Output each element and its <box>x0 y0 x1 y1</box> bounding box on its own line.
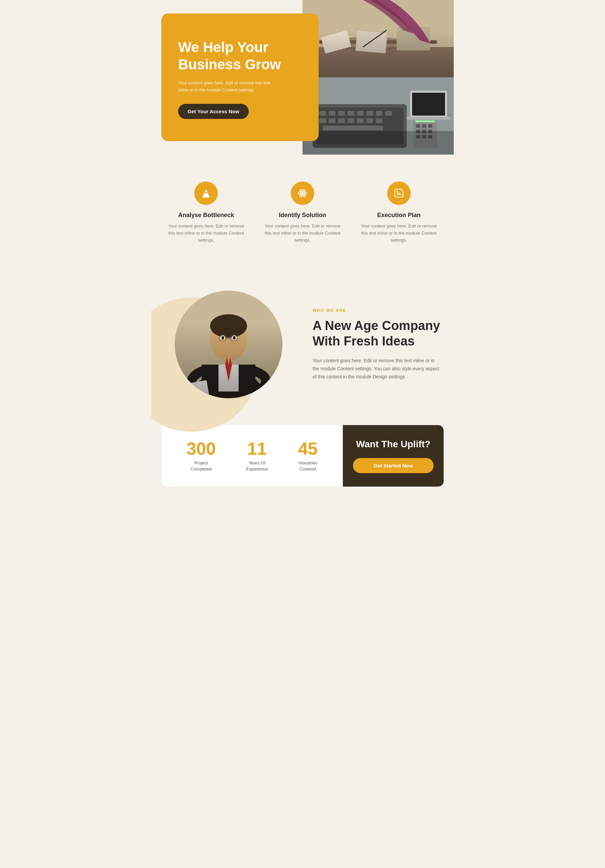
svg-rect-17 <box>366 111 373 116</box>
feature-analyse: Analyse Bottleneck Your content goes her… <box>165 181 248 243</box>
svg-rect-14 <box>338 111 345 116</box>
svg-rect-1 <box>302 47 454 77</box>
svg-point-45 <box>205 192 207 194</box>
svg-rect-13 <box>329 111 335 116</box>
svg-rect-33 <box>422 124 426 128</box>
analyse-icon-circle <box>194 181 218 205</box>
stat-projects-label: ProjectCompleted <box>186 460 216 472</box>
stat-industries: 45 IndustriesCovered <box>298 440 318 472</box>
feature-identify: Identify Solution Your content goes here… <box>261 181 344 243</box>
svg-rect-55 <box>219 364 239 392</box>
who-left-image <box>165 291 292 398</box>
svg-rect-34 <box>428 124 432 128</box>
hero-image-top <box>302 0 454 77</box>
svg-rect-29 <box>412 93 445 116</box>
stats-numbers: 300 ProjectCompleted 11 Years OfExperien… <box>161 425 343 487</box>
desk-photo <box>302 0 454 77</box>
who-description: Your content goes here. Edit or remove t… <box>313 357 440 381</box>
svg-point-46 <box>301 192 304 194</box>
svg-rect-27 <box>323 126 383 130</box>
stat-projects-number: 300 <box>186 440 216 457</box>
svg-point-57 <box>210 314 247 338</box>
svg-rect-62 <box>219 336 226 341</box>
feature-execution-desc: Your content goes here. Edit or remove t… <box>357 223 440 243</box>
stat-experience-label: Years OfExperience <box>246 460 268 472</box>
feature-identify-desc: Your content goes here. Edit or remove t… <box>261 223 344 243</box>
bottom-spacer <box>151 487 454 500</box>
hero-title: We Help Your Business Grow <box>178 39 302 73</box>
svg-rect-15 <box>347 111 354 116</box>
features-section: Analyse Bottleneck Your content goes her… <box>151 155 454 264</box>
svg-point-58 <box>220 335 225 340</box>
svg-rect-25 <box>366 118 373 123</box>
stat-projects: 300 ProjectCompleted <box>186 440 216 472</box>
hero-image <box>302 0 454 155</box>
atom-icon <box>297 188 308 198</box>
keyboard-illustration <box>302 77 454 155</box>
identify-icon-circle <box>291 181 314 205</box>
svg-rect-4 <box>321 30 351 53</box>
svg-rect-0 <box>302 0 454 77</box>
who-title: A New Age Company With Fresh Ideas <box>313 318 440 349</box>
svg-rect-19 <box>385 111 392 116</box>
hero-section: We Help Your Business Grow Your content … <box>151 0 454 155</box>
who-we-are-section: WHO WE ARE A New Age Company With Fresh … <box>151 264 454 418</box>
stat-industries-label: IndustriesCovered <box>298 460 318 472</box>
hero-image-bottom <box>302 77 454 155</box>
svg-point-53 <box>195 371 262 398</box>
portrait-illustration <box>175 291 282 398</box>
svg-rect-5 <box>355 31 388 53</box>
keyboard-photo <box>302 77 454 155</box>
svg-rect-21 <box>329 118 335 123</box>
svg-point-59 <box>232 335 237 340</box>
svg-rect-44 <box>203 197 209 198</box>
stats-cta-title: Want The Uplift? <box>356 439 430 450</box>
svg-point-60 <box>222 336 224 340</box>
svg-rect-23 <box>347 118 354 123</box>
tag-icon <box>394 188 404 198</box>
portrait-circle <box>175 291 282 398</box>
desk-illustration <box>302 0 454 77</box>
svg-rect-2 <box>319 40 437 44</box>
cone-icon <box>201 188 211 198</box>
svg-rect-16 <box>357 111 364 116</box>
stat-experience-number: 11 <box>246 440 268 457</box>
hero-cta-button[interactable]: Get Your Access Now <box>178 104 249 119</box>
svg-rect-63 <box>231 336 237 341</box>
execution-icon-circle <box>387 181 411 205</box>
stats-cta: Want The Uplift? Get Started Now <box>343 425 444 487</box>
svg-rect-18 <box>376 111 383 116</box>
feature-execution-title: Execution Plan <box>357 212 440 219</box>
svg-point-50 <box>397 191 398 192</box>
svg-rect-32 <box>416 124 420 128</box>
feature-identify-title: Identify Solution <box>261 212 344 219</box>
svg-rect-65 <box>190 380 210 398</box>
svg-rect-12 <box>319 111 326 116</box>
svg-rect-30 <box>407 117 450 119</box>
svg-point-3 <box>329 37 410 50</box>
svg-rect-24 <box>357 118 364 123</box>
svg-rect-52 <box>175 291 282 398</box>
svg-rect-42 <box>302 131 454 155</box>
stat-industries-number: 45 <box>298 440 318 457</box>
feature-analyse-title: Analyse Bottleneck <box>165 212 248 219</box>
stats-cta-button[interactable]: Get Started Now <box>353 458 434 473</box>
who-label: WHO WE ARE <box>313 308 440 313</box>
svg-rect-26 <box>376 118 383 123</box>
svg-rect-41 <box>416 120 435 122</box>
features-grid: Analyse Bottleneck Your content goes her… <box>165 181 440 243</box>
svg-line-8 <box>363 30 386 47</box>
svg-rect-22 <box>338 118 345 123</box>
svg-rect-20 <box>319 118 326 123</box>
svg-rect-54 <box>202 364 256 398</box>
svg-point-61 <box>233 336 236 340</box>
feature-analyse-desc: Your content goes here. Edit or remove t… <box>165 223 248 243</box>
hero-description: Your content goes here. Edit or remove t… <box>178 80 279 94</box>
stat-experience: 11 Years OfExperience <box>246 440 268 472</box>
feature-execution: Execution Plan Your content goes here. E… <box>357 181 440 243</box>
who-right-content: WHO WE ARE A New Age Company With Fresh … <box>313 308 440 381</box>
svg-point-56 <box>210 318 247 361</box>
hero-content: We Help Your Business Grow Your content … <box>161 14 319 141</box>
stats-section: 300 ProjectCompleted 11 Years OfExperien… <box>161 425 444 487</box>
